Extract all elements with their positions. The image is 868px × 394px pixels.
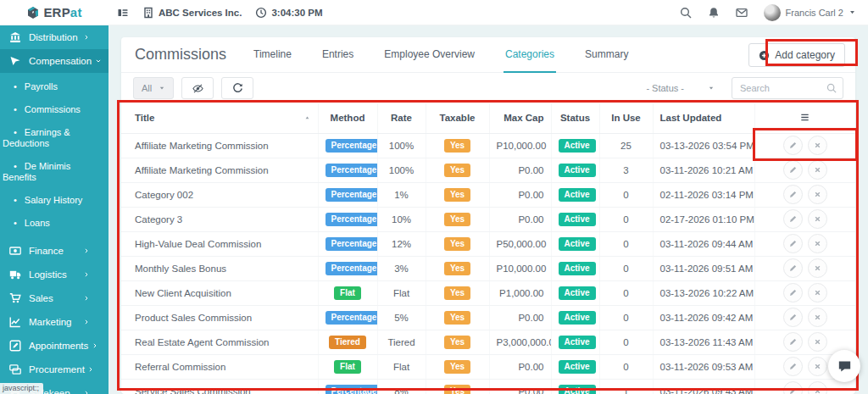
cell-taxable: Yes xyxy=(426,354,489,379)
edit-row-button[interactable] xyxy=(783,185,803,204)
filter-right: - Status - xyxy=(643,77,843,99)
tab-entries[interactable]: Entries xyxy=(320,37,355,73)
avatar xyxy=(764,4,781,21)
edit-row-button[interactable] xyxy=(783,160,803,180)
pencil-icon xyxy=(788,264,798,273)
pencil-icon xyxy=(788,313,798,322)
column-header-rate[interactable]: Rate xyxy=(377,103,426,133)
user-menu[interactable]: Francis Carl 2 xyxy=(764,4,856,21)
cell-status: Active xyxy=(551,231,599,256)
delete-row-button[interactable] xyxy=(808,136,827,155)
delete-row-button[interactable] xyxy=(808,381,827,394)
status-filter-select[interactable]: - Status - xyxy=(643,83,718,93)
active-badge: Active xyxy=(559,237,596,251)
delete-row-button[interactable] xyxy=(808,283,827,302)
yes-badge: Yes xyxy=(444,385,470,394)
column-header-in-use[interactable]: In Use xyxy=(599,103,653,133)
tab-summary[interactable]: Summary xyxy=(583,37,630,73)
delete-row-button[interactable] xyxy=(808,234,827,253)
cart-icon xyxy=(8,292,21,304)
sidebar-item-logistics[interactable]: Logistics xyxy=(0,263,108,286)
edit-row-button[interactable] xyxy=(783,357,803,376)
edit-row-button[interactable] xyxy=(783,308,803,327)
percentage-badge: Percentage xyxy=(326,262,378,275)
dollar-bill-icon xyxy=(8,245,21,257)
active-badge: Active xyxy=(559,164,596,177)
submenu-item-payrolls[interactable]: Payrolls xyxy=(0,75,108,98)
tab-timeline[interactable]: Timeline xyxy=(252,37,293,73)
search-icon[interactable] xyxy=(680,7,692,19)
delete-row-button[interactable] xyxy=(808,258,827,278)
sidebar-toggle-icon[interactable] xyxy=(117,7,129,19)
tab-categories[interactable]: Categories xyxy=(504,37,556,73)
cell-rate: 5% xyxy=(377,305,426,330)
delete-row-button[interactable] xyxy=(808,185,827,204)
delete-row-button[interactable] xyxy=(808,332,827,352)
tab-employee-overview[interactable]: Employee Overview xyxy=(382,37,476,73)
delete-row-button[interactable] xyxy=(808,308,827,327)
yes-badge: Yes xyxy=(444,336,470,349)
envelope-icon[interactable] xyxy=(736,7,748,19)
submenu-item-earnings-deductions[interactable]: Earnings & Deductions xyxy=(0,121,108,155)
cell-actions xyxy=(754,133,855,158)
building-icon xyxy=(142,7,154,19)
add-category-button[interactable]: Add category xyxy=(748,43,845,67)
percentage-badge: Percentage xyxy=(326,139,378,153)
edit-row-button[interactable] xyxy=(783,234,803,253)
caret-down-icon xyxy=(849,8,856,16)
sidebar-item-procurement[interactable]: Procurement xyxy=(0,358,108,381)
clock-icon xyxy=(255,7,267,19)
cell-taxable: Yes xyxy=(426,280,489,305)
edit-row-button[interactable] xyxy=(783,332,803,352)
chat-button[interactable] xyxy=(828,350,860,382)
sidebar-item-compensation[interactable]: Compensation xyxy=(0,49,108,73)
sidebar-item-marketing[interactable]: Marketing xyxy=(0,310,108,334)
delete-row-button[interactable] xyxy=(808,357,827,376)
bell-icon[interactable] xyxy=(708,7,720,19)
cell-method: Percentage xyxy=(318,256,377,280)
status-filter-value: - Status - xyxy=(646,83,684,93)
column-header-taxable[interactable]: Taxable xyxy=(426,103,489,133)
pencil-icon xyxy=(788,362,798,371)
edit-row-button[interactable] xyxy=(783,209,803,229)
sidebar-item-appointments[interactable]: Appointments xyxy=(0,334,108,358)
column-header-title[interactable]: Title xyxy=(121,103,318,133)
all-filter-select[interactable]: All xyxy=(133,77,174,99)
column-header-actions[interactable] xyxy=(754,103,855,133)
edit-row-button[interactable] xyxy=(783,258,803,278)
edit-row-button[interactable] xyxy=(783,283,803,302)
cell-in-use: 0 xyxy=(599,354,653,379)
refresh-button[interactable] xyxy=(221,77,253,99)
column-header-last-updated[interactable]: Last Updated xyxy=(653,103,754,133)
cell-last-updated: 03-11-2026 09:42 AM xyxy=(653,305,754,330)
cell-status: Active xyxy=(551,354,599,379)
cell-actions xyxy=(754,207,855,231)
edit-row-button[interactable] xyxy=(783,381,803,394)
submenu-item-de-minimis-benefits[interactable]: De Minimis Benefits xyxy=(0,155,108,189)
search-input[interactable] xyxy=(738,82,826,94)
chevron-right-icon xyxy=(80,271,92,278)
cell-method: Percentage xyxy=(318,379,377,394)
landmark-icon xyxy=(8,31,21,43)
sidebar-item-finance[interactable]: Finance xyxy=(0,239,108,263)
company-selector[interactable]: ABC Services Inc. xyxy=(142,7,242,19)
yes-badge: Yes xyxy=(444,286,470,300)
submenu-item-salary-history[interactable]: Salary History xyxy=(0,189,108,212)
cell-title: Product Sales Commission xyxy=(121,305,318,330)
column-header-max-cap[interactable]: Max Cap xyxy=(489,103,551,133)
x-mark-icon xyxy=(813,386,822,394)
toggle-columns-button[interactable] xyxy=(181,77,214,99)
submenu-item-commissions[interactable]: Commissions xyxy=(0,98,108,121)
sidebar-item-label: Appointments xyxy=(29,341,88,351)
column-header-method[interactable]: Method xyxy=(318,103,377,133)
sidebar-item-label: Procurement xyxy=(29,364,85,375)
sidebar-item-distribution[interactable]: Distribution xyxy=(0,25,108,49)
delete-row-button[interactable] xyxy=(808,160,827,180)
delete-row-button[interactable] xyxy=(808,209,827,229)
column-header-status[interactable]: Status xyxy=(551,103,599,133)
sidebar-item-sales[interactable]: Sales xyxy=(0,286,108,310)
all-filter-value: All xyxy=(142,83,152,93)
submenu-item-loans[interactable]: Loans xyxy=(0,212,108,235)
edit-row-button[interactable] xyxy=(783,136,803,155)
app-logo[interactable]: ERPat xyxy=(0,5,108,19)
